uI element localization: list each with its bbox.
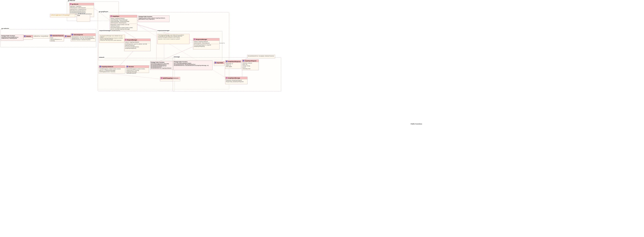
node-getblockfunc-body: GetBlockFunc: func(cid.Block) [33,35,50,37]
class-icon: C [70,3,72,5]
node-graphsync-request-msg-header: I GraphSyncRequest [242,60,259,62]
node-graphsync-response-header: I GraphSyncResponse [225,60,241,63]
node-receiver: I Receiver ReceiveMessage(ctx context.Co… [126,65,149,73]
selector-interface-icon: I [24,36,26,37]
node-selection-traverser-header: I SelectionTraverser [50,35,64,37]
graphsync-class-icon: C [110,16,112,17]
node-graphsync: C GraphSync network: GraphSyncNetwork re… [110,15,137,31]
node-response-manager-header: C ResponseManager [193,38,219,41]
package-go-selector-label: go-selector [1,28,10,29]
node-getblockfunc: GetBlockFunc: func(cid.Block) [33,35,50,39]
package-public-functions-message: Package Public Functions func FromPBMess… [173,61,212,70]
package-go-ipld-format-label: go-ipld-format [78,13,86,14]
node-graphsync-message-header: C GraphSyncMessage [225,77,247,79]
selector-querier-interface-icon: I [72,34,73,36]
node-graphsync-network-header: I GraphSyncNetwork [99,66,125,68]
node-response-manager: C ResponseManager network: GraphSyncNetw… [193,38,220,50]
node-graphsync-body: network: GraphSyncNetwork requestManager… [110,18,137,32]
package-go-filecoin-label: go-filecoin [68,0,76,2]
node-request-manager: C RequestManager network: GraphSyncNetwo… [124,39,150,51]
node-selector-querier: I SelectorQuerier Select(selector: root … [71,33,96,42]
package-requestsmanager-label: requestsmanager [99,30,111,31]
package-public-functions-selector: Package Public Functions NewSelectorQuer… [1,35,24,41]
node-graphsync-network: I GraphSyncNetwork SendMessage(ctx conte… [99,65,125,74]
comment-right-name: Is this the right name for this package? [50,14,75,17]
node-selector-querier-header: I SelectorQuerier [71,34,96,36]
graphsync-request-interface-icon: I [242,60,244,62]
package-public-functions-graphsync: Package Public Functions New(ctx context… [138,16,170,22]
receiver-interface-icon: I [126,66,128,67]
receiver-for-label: receiver for [219,43,225,44]
package-public-functions-network: Package Public Functions NewP2PMessageSe… [150,61,173,70]
node-exportable-header: I Exportable [214,62,224,64]
node-exportable: I Exportable [214,61,224,66]
comment-responsemanager-validate: The ResponseManager uses Validate from g… [99,35,125,43]
diagram-canvas: go-filecoin C go-filecoin graphSync: Gra… [0,0,644,237]
node-graphsync-header: C GraphSync [110,15,137,18]
package-network-label: network [98,57,105,58]
selection-traverser-interface-icon: I [50,35,52,36]
public-functions-detected-label: Public Functions [411,123,422,125]
node-selector: I Selector [23,35,33,40]
request-manager-class-icon: C [125,39,126,41]
node-graphsync-message: C GraphSyncMessage Requests(): [GraphSyn… [225,77,248,84]
node-selection-traverser: I SelectionTraverser Next(: SelectionRes… [50,34,64,41]
comment-responsemanager-select: The ResponseManager uses Select from go-… [157,34,190,44]
package-go-ipld-format: go-ipld-format Node [77,14,90,22]
response-manager-class-icon: C [194,39,196,40]
package-message-label: message [174,56,180,58]
node-graphsync-response: I GraphSyncResponse RequestID: int Statu… [225,60,241,69]
libp2p-class-icon: C [161,77,162,79]
graphsync-message-class-icon: C [226,77,228,79]
node-selector-header: I Selector [24,35,32,38]
node-graphsync-request-msg: I GraphSyncRequest Selector(): Selector … [242,60,259,70]
node-go-filecoin-header: C go-filecoin [69,3,94,5]
exportable-interface-icon: I [214,62,216,64]
package-responsemanager-label: responsemanager [157,30,170,31]
graphsync-response-interface-icon: I [226,61,228,62]
connections-svg [0,0,644,237]
selection-response-interface-icon: I [65,36,66,37]
node-decode-selector-func: DecodeSelectorFunc: func(bytes): Selecti… [247,55,275,58]
package-go-graphsync-label: go-graphsync [98,11,109,13]
graphsync-network-interface-icon: I [100,66,101,67]
node-request-manager-header: C RequestManager [124,39,150,41]
node-receiver-header: I Receiver [126,66,149,68]
